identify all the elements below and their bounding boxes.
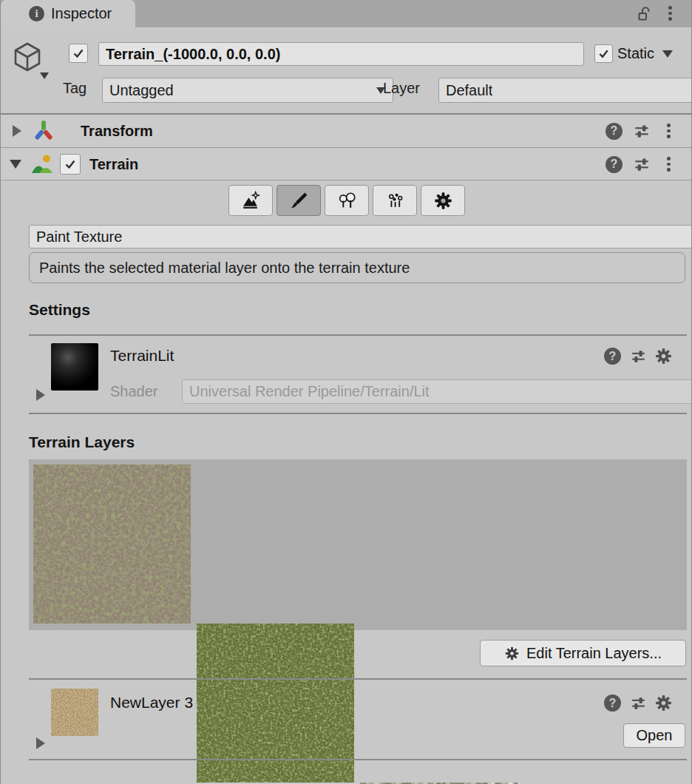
paint-trees-tool-icon[interactable] <box>325 185 369 216</box>
help-icon[interactable]: ? <box>604 348 621 365</box>
gameobject-cube-icon[interactable] <box>10 40 44 74</box>
help-icon[interactable]: ? <box>604 695 621 712</box>
paint-help-text: Paints the selected material layer onto … <box>39 260 410 277</box>
tab-menu-kebab-icon[interactable] <box>668 6 672 21</box>
gameobject-name-input[interactable] <box>98 42 584 66</box>
presets-icon[interactable] <box>629 347 648 365</box>
shader-value: Universal Render Pipeline/Terrain/Lit <box>189 383 430 400</box>
help-icon[interactable]: ? <box>606 123 623 140</box>
terrain-title: Terrain <box>89 156 138 173</box>
unlock-icon[interactable] <box>635 5 653 23</box>
paint-terrain-tool-icon[interactable] <box>277 185 321 216</box>
transform-icon <box>33 120 55 142</box>
layer-label: Layer <box>383 80 420 97</box>
open-layer-button[interactable]: Open <box>623 723 685 748</box>
create-neighbor-terrains-tool-icon[interactable] <box>228 185 273 216</box>
shader-label: Shader <box>110 383 158 400</box>
presets-icon[interactable] <box>629 694 648 712</box>
gear-icon[interactable] <box>654 694 673 712</box>
terrain-layer-palette <box>29 459 687 630</box>
tag-label: Tag <box>63 80 86 97</box>
check-icon <box>72 47 85 60</box>
static-dropdown-icon[interactable] <box>662 50 673 58</box>
terrain-icon <box>31 153 53 175</box>
tab-bar: i Inspector <box>1 0 692 27</box>
terrain-material-card: TerrainLit ? Shader Universal Render Pip… <box>29 334 687 414</box>
tab-inspector[interactable]: i Inspector <box>1 0 135 27</box>
terrain-enabled-checkbox[interactable] <box>60 154 81 175</box>
presets-icon[interactable] <box>632 155 651 174</box>
component-menu-kebab-icon[interactable] <box>667 157 671 172</box>
edit-terrain-layers-label: Edit Terrain Layers... <box>526 645 662 662</box>
layer-asset-name: NewLayer 3 <box>110 694 193 712</box>
check-icon <box>597 47 610 60</box>
terrain-layers-header: Terrain Layers <box>29 433 135 451</box>
paint-mode-dropdown[interactable]: Paint Texture <box>29 225 692 249</box>
gear-icon[interactable] <box>654 347 673 365</box>
static-label: Static <box>617 45 654 62</box>
transform-title: Transform <box>81 123 153 140</box>
tag-value: Untagged <box>109 82 174 99</box>
check-icon <box>64 158 77 171</box>
layer-dropdown[interactable]: Default <box>438 78 692 103</box>
gear-icon <box>504 646 520 661</box>
edit-terrain-layers-button[interactable]: Edit Terrain Layers... <box>480 640 686 666</box>
static-checkbox[interactable] <box>594 44 613 63</box>
layer-asset-foldout-icon[interactable] <box>36 737 45 749</box>
presets-icon[interactable] <box>632 121 651 141</box>
layer-value: Default <box>446 82 492 99</box>
tag-dropdown[interactable]: Untagged <box>102 78 393 103</box>
terrain-tool-toolbar <box>1 185 692 216</box>
paint-help-box: Paints the selected material layer onto … <box>29 252 685 283</box>
transform-component-header[interactable]: Transform ? <box>1 115 692 148</box>
help-icon[interactable]: ? <box>606 156 623 173</box>
inspector-info-icon: i <box>29 6 44 21</box>
terrain-settings-tool-icon[interactable] <box>421 185 465 216</box>
tab-title: Inspector <box>51 5 112 22</box>
paint-details-tool-icon[interactable] <box>373 185 417 216</box>
shader-dropdown: Universal Render Pipeline/Terrain/Lit <box>182 379 692 404</box>
terrain-layer-dirt-grass-thumbnail[interactable] <box>33 464 191 624</box>
foldout-expanded-icon[interactable] <box>10 160 21 169</box>
terrain-component-header[interactable]: Terrain ? <box>1 149 692 180</box>
material-name: TerrainLit <box>110 347 174 365</box>
inspector-panel: i Inspector Static Tag Untagged Layer De… <box>0 0 692 784</box>
layer-asset-card: NewLayer 3 ? Open <box>29 678 687 760</box>
open-button-label: Open <box>637 727 673 744</box>
gameobject-icon-dropdown-icon[interactable] <box>40 72 49 79</box>
foldout-collapsed-icon[interactable] <box>13 125 21 137</box>
gameobject-active-checkbox[interactable] <box>69 44 88 63</box>
settings-header: Settings <box>29 301 90 319</box>
material-preview-sphere[interactable] <box>51 343 98 391</box>
layer-asset-thumbnail[interactable] <box>51 689 98 736</box>
paint-mode-value: Paint Texture <box>36 229 122 246</box>
material-foldout-icon[interactable] <box>36 389 45 401</box>
component-menu-kebab-icon[interactable] <box>667 124 671 138</box>
